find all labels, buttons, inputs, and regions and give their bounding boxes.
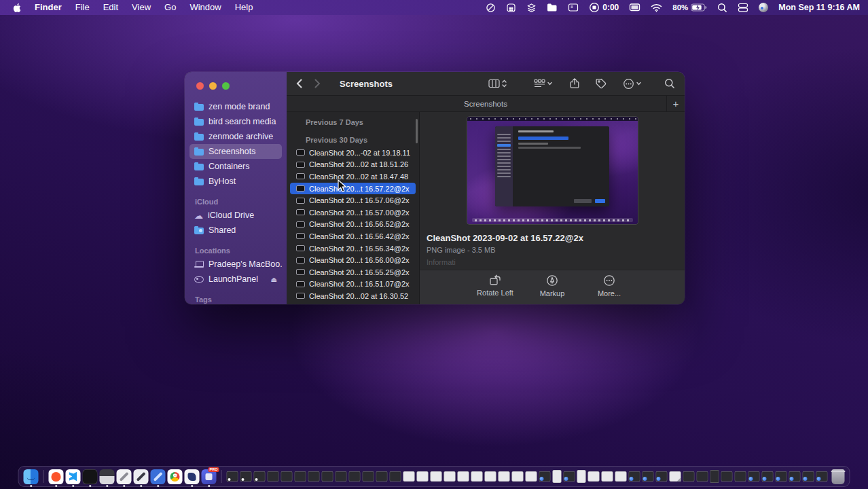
file-row[interactable]: CleanShot 20...01 at 20.11.54 — [290, 302, 416, 304]
assistant-ball-icon[interactable] — [759, 3, 768, 12]
menu-go[interactable]: Go — [158, 0, 183, 15]
file-row[interactable]: CleanShot 20...t 16.55.25@2x — [290, 266, 416, 278]
circle-slash-icon[interactable] — [486, 3, 496, 13]
dock-app-navy[interactable] — [185, 469, 200, 484]
sidebar-item-zen-mode-brand[interactable]: zen mode brand — [189, 99, 282, 114]
minimized-window[interactable] — [240, 471, 252, 482]
file-row[interactable]: CleanShot 20...t 16.57.22@2x — [290, 183, 416, 195]
minimized-window[interactable] — [227, 471, 238, 482]
minimized-window[interactable] — [670, 471, 681, 482]
minimized-window[interactable] — [577, 470, 586, 483]
minimized-window[interactable] — [336, 471, 347, 482]
group-by-button[interactable] — [534, 79, 552, 88]
minimized-window[interactable] — [776, 471, 787, 482]
minimized-window[interactable] — [390, 471, 401, 482]
tab-title[interactable]: Screenshots — [464, 100, 507, 108]
record-button[interactable]: 0:00 — [589, 2, 619, 13]
minimized-window[interactable] — [721, 471, 733, 482]
dock-app-brave[interactable] — [49, 469, 64, 484]
minimized-window[interactable] — [683, 471, 695, 482]
sidebar-item-screenshots[interactable]: Screenshots — [189, 144, 282, 159]
dock-app-dark[interactable] — [83, 469, 98, 484]
sidebar-item-pradeep-s-macboo-[interactable]: Pradeep's MacBoo... — [189, 257, 282, 272]
file-row[interactable]: CleanShot 20...t 16.56.34@2x — [290, 242, 416, 255]
minimized-window[interactable] — [268, 471, 279, 482]
minimized-window[interactable] — [816, 471, 828, 482]
file-row[interactable]: CleanShot 20...02 at 16.30.52 — [290, 290, 416, 302]
menu-file[interactable]: File — [69, 0, 96, 15]
sidebar-item-launchpanel[interactable]: LaunchPanel⏏ — [189, 272, 282, 287]
minimized-window[interactable] — [444, 471, 456, 482]
minimized-window[interactable] — [403, 471, 415, 482]
dock-app-pen2[interactable] — [134, 469, 149, 484]
minimized-window[interactable] — [512, 471, 524, 482]
sidebar-item-icloud-drive[interactable]: ☁iCloud Drive — [189, 208, 282, 223]
minimized-window[interactable] — [308, 471, 320, 482]
menu-bar-clock[interactable]: Mon Sep 11 9:16 AM — [778, 3, 860, 12]
close-window-button[interactable] — [196, 82, 204, 90]
minimized-window[interactable] — [417, 471, 429, 482]
minimized-window[interactable] — [539, 471, 551, 482]
minimized-window[interactable] — [697, 471, 708, 482]
menu-view[interactable]: View — [125, 0, 158, 15]
wifi-icon[interactable] — [651, 3, 662, 12]
file-row[interactable]: CleanShot 20...t 16.57.06@2x — [290, 194, 416, 206]
dots-grid-app-icon[interactable] — [506, 3, 516, 13]
file-row[interactable]: CleanShot 20...t 16.57.00@2x — [290, 206, 416, 219]
minimized-window[interactable] — [254, 471, 266, 482]
minimized-window[interactable] — [656, 471, 668, 482]
dock-app-chrome[interactable] — [168, 469, 183, 484]
dock-app-vscode[interactable] — [66, 469, 81, 484]
battery-indicator[interactable]: 80% — [672, 3, 707, 12]
minimized-window[interactable] — [485, 471, 496, 482]
minimized-window[interactable] — [643, 471, 654, 482]
minimized-window[interactable] — [281, 471, 293, 482]
dock-app-pen1[interactable] — [117, 469, 132, 484]
spotlight-search-icon[interactable] — [717, 3, 727, 13]
back-button[interactable] — [296, 79, 302, 88]
minimized-window[interactable] — [789, 471, 801, 482]
stage-manager-icon[interactable] — [738, 3, 748, 12]
minimized-window[interactable] — [803, 471, 814, 482]
apple-menu[interactable] — [8, 3, 28, 13]
minimized-window[interactable] — [553, 470, 562, 483]
menu-active-app[interactable]: Finder — [28, 0, 69, 15]
minimized-window[interactable] — [602, 471, 613, 482]
minimized-window[interactable] — [295, 471, 306, 482]
minimized-window[interactable] — [629, 471, 640, 482]
folder-status-icon[interactable] — [547, 3, 558, 12]
file-row[interactable]: CleanShot 20...-02 at 19.18.11 — [290, 147, 416, 159]
sidebar-item-byhost[interactable]: ByHost — [189, 174, 282, 189]
minimized-window[interactable] — [322, 471, 333, 482]
minimized-window[interactable] — [431, 471, 442, 482]
minimized-window[interactable] — [349, 471, 361, 482]
more-button[interactable]: More... — [587, 274, 632, 304]
sidebar-item-bird-search-media[interactable]: bird search media — [189, 114, 282, 129]
add-tab-button[interactable]: + — [666, 96, 685, 111]
sidebar-item-zenmode-archive[interactable]: zenmode archive — [189, 129, 282, 144]
dock-app-pro[interactable]: PRO — [202, 469, 217, 484]
layers-icon[interactable] — [526, 3, 537, 13]
sidebar-item-shared[interactable]: Shared — [189, 223, 282, 238]
preview-thumbnail[interactable] — [467, 117, 638, 224]
rotate-left-button[interactable]: Rotate Left — [473, 274, 518, 304]
card-window-icon[interactable] — [568, 3, 579, 12]
minimized-window[interactable] — [526, 471, 537, 482]
zoom-window-button[interactable] — [222, 82, 230, 90]
minimized-window[interactable] — [762, 471, 774, 482]
trash-icon[interactable] — [832, 469, 845, 484]
markup-button[interactable]: Markup — [530, 274, 575, 304]
minimized-window[interactable] — [735, 471, 746, 482]
file-row[interactable]: CleanShot 20...02 at 18.51.26 — [290, 159, 416, 171]
minimize-window-button[interactable] — [209, 82, 217, 90]
forward-button[interactable] — [314, 79, 321, 88]
minimized-window[interactable] — [458, 471, 469, 482]
list-scrollbar[interactable] — [416, 119, 418, 143]
menu-window[interactable]: Window — [183, 0, 228, 15]
minimized-window[interactable] — [748, 471, 760, 482]
minimized-window[interactable] — [471, 471, 483, 482]
display-icon[interactable] — [629, 3, 640, 12]
minimized-window[interactable] — [564, 471, 575, 482]
minimized-window[interactable] — [376, 471, 388, 482]
share-button[interactable] — [570, 78, 579, 89]
